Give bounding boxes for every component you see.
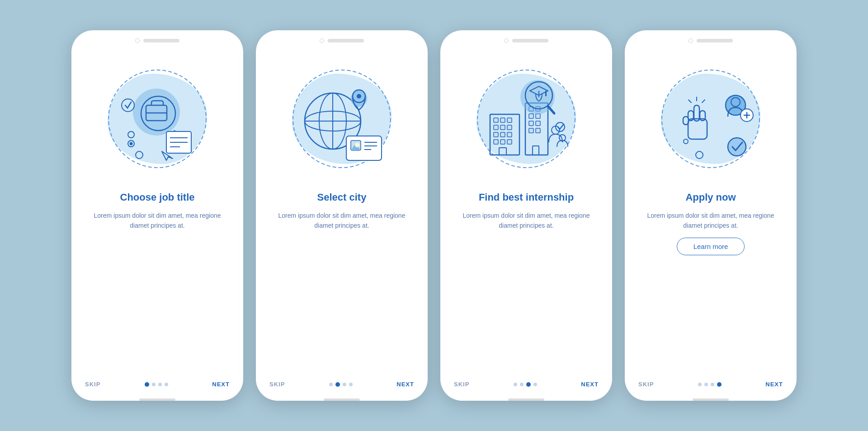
svg-rect-76 (683, 117, 689, 125)
phone-top-2 (256, 30, 428, 43)
phone-2: Select city Lorem ipsum dolor sit dim am… (256, 30, 428, 401)
dot-active (717, 382, 722, 387)
phone-content-3: Find best internship Lorem ipsum dolor s… (440, 191, 612, 381)
next-button-2[interactable]: NEXT (396, 381, 414, 388)
next-button-4[interactable]: NEXT (765, 381, 783, 388)
card-title-1: Choose job title (120, 191, 195, 204)
svg-rect-35 (507, 118, 512, 122)
phone-4: Apply now Lorem ipsum dolor sit dim amet… (625, 30, 797, 401)
phone-content-2: Select city Lorem ipsum dolor sit dim am… (256, 191, 428, 381)
dot (520, 383, 524, 386)
dot (704, 383, 708, 386)
next-button-3[interactable]: NEXT (581, 381, 599, 388)
svg-rect-52 (536, 121, 540, 126)
svg-point-1 (133, 89, 180, 136)
phone-top-4 (625, 30, 797, 43)
phone-circle (135, 38, 140, 43)
job-search-illustration (103, 65, 212, 173)
svg-rect-43 (500, 140, 505, 144)
phone-bar (512, 39, 548, 42)
phone-bottom-bar-1 (139, 398, 175, 401)
dot-active (335, 382, 340, 387)
svg-rect-42 (494, 140, 498, 144)
phone-circle (689, 38, 693, 43)
dot (514, 383, 517, 386)
phone-bottom-bar-2 (324, 398, 360, 401)
svg-rect-50 (536, 114, 540, 118)
skip-button-1[interactable]: SKIP (85, 381, 100, 388)
svg-rect-44 (507, 140, 512, 144)
svg-point-24 (357, 94, 361, 98)
phone-bottom-2: SKIP NEXT (256, 381, 428, 396)
svg-point-82 (696, 151, 703, 159)
svg-point-83 (684, 139, 688, 144)
phone-bottom-bar-3 (508, 398, 544, 401)
dot-active (526, 382, 531, 387)
svg-point-27 (355, 143, 359, 147)
svg-line-78 (702, 100, 705, 103)
phone-bottom-3: SKIP NEXT (440, 381, 612, 396)
dot (158, 383, 162, 386)
dot (329, 383, 333, 386)
dot (343, 383, 346, 386)
dot (711, 383, 714, 386)
dot (698, 383, 702, 386)
nav-dots-2 (329, 382, 353, 387)
svg-point-6 (122, 99, 134, 112)
svg-point-11 (128, 131, 134, 138)
phone-bottom-4: SKIP NEXT (625, 381, 797, 396)
phone-top-3 (440, 30, 612, 43)
svg-point-13 (130, 142, 133, 145)
phone-bar (697, 39, 733, 42)
card-body-3: Lorem ipsum dolor sit dim amet, mea regi… (455, 211, 598, 231)
nav-dots-3 (514, 382, 537, 387)
internship-illustration (472, 65, 580, 173)
select-city-illustration (288, 65, 396, 173)
svg-rect-36 (494, 125, 498, 130)
skip-button-3[interactable]: SKIP (454, 381, 469, 388)
svg-rect-51 (529, 121, 533, 126)
skip-button-4[interactable]: SKIP (638, 381, 654, 388)
illustration-area-3 (440, 47, 612, 191)
svg-point-15 (136, 151, 143, 159)
card-title-4: Apply now (685, 191, 736, 204)
phone-bottom-bar-4 (693, 398, 729, 401)
illustration-area-1 (71, 47, 243, 191)
phone-3: Find best internship Lorem ipsum dolor s… (440, 30, 612, 401)
nav-dots-4 (698, 382, 722, 387)
svg-rect-61 (545, 91, 547, 96)
card-body-4: Lorem ipsum dolor sit dim amet, mea regi… (639, 211, 782, 231)
dot (165, 383, 168, 386)
phone-bar (328, 39, 364, 42)
phone-bar (143, 39, 179, 42)
next-button-1[interactable]: NEXT (212, 381, 230, 388)
dot-active (145, 382, 149, 387)
skip-button-2[interactable]: SKIP (269, 381, 285, 388)
svg-rect-45 (499, 148, 506, 155)
phone-content-4: Apply now Lorem ipsum dolor sit dim amet… (625, 191, 797, 381)
svg-rect-55 (533, 146, 539, 155)
card-title-2: Select city (317, 191, 367, 204)
phone-bottom-1: SKIP NEXT (71, 381, 243, 396)
svg-rect-34 (500, 118, 505, 122)
phone-circle (320, 38, 324, 43)
apply-illustration (656, 65, 765, 173)
illustration-area-4 (625, 47, 797, 191)
dot (349, 383, 353, 386)
phone-circle (504, 38, 509, 43)
dot (152, 383, 156, 386)
nav-dots-1 (145, 382, 168, 387)
phone-1: Choose job title Lorem ipsum dolor sit d… (71, 30, 243, 401)
phones-container: Choose job title Lorem ipsum dolor sit d… (71, 30, 797, 401)
svg-rect-39 (494, 132, 498, 137)
svg-rect-49 (529, 114, 533, 118)
svg-rect-41 (507, 132, 512, 137)
svg-rect-53 (529, 128, 533, 133)
dot (533, 383, 537, 386)
svg-rect-40 (500, 132, 505, 137)
illustration-area-2 (256, 47, 428, 191)
svg-rect-72 (688, 119, 707, 139)
phone-top-1 (71, 30, 243, 43)
phone-content-1: Choose job title Lorem ipsum dolor sit d… (71, 191, 243, 381)
learn-more-button[interactable]: Learn more (677, 238, 745, 255)
